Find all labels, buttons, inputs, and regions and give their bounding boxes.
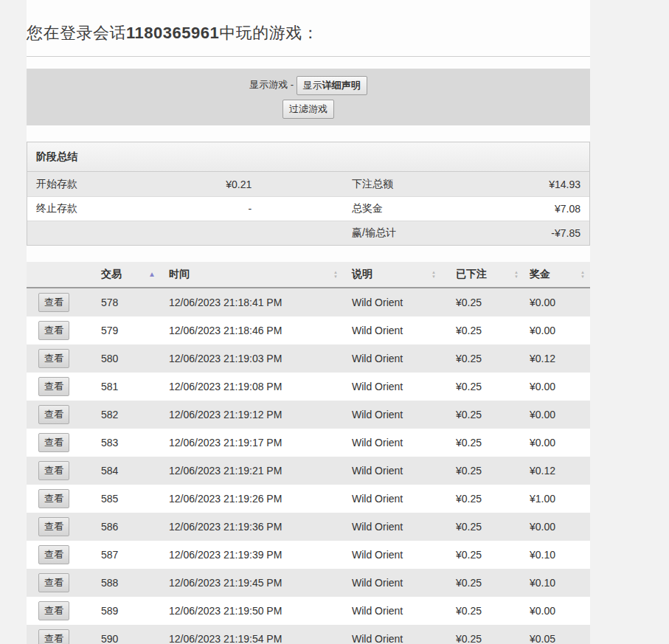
bet-amount: ¥0.25 — [441, 605, 524, 617]
transaction-id: 584 — [89, 465, 161, 477]
summary-value-left: - — [156, 203, 252, 215]
games-table-body: 查看 578 12/06/2023 21:18:41 PM Wild Orien… — [27, 288, 590, 644]
bet-amount: ¥0.25 — [441, 325, 524, 336]
transaction-id: 578 — [89, 297, 161, 308]
summary-label-right: 总奖金 — [352, 202, 461, 215]
view-cell: 查看 — [27, 349, 89, 368]
view-button[interactable]: 查看 — [38, 517, 69, 536]
summary-label-right: 赢/输总计 — [352, 226, 461, 240]
transaction-id: 589 — [89, 605, 161, 617]
table-row: 查看 589 12/06/2023 21:19:50 PM Wild Orien… — [27, 597, 590, 625]
column-header-description[interactable]: 说明▲▼ — [343, 262, 441, 287]
transaction-time: 12/06/2023 21:19:03 PM — [161, 353, 343, 364]
summary-title: 阶段总结 — [27, 142, 589, 172]
summary-value-right: -¥7.85 — [461, 227, 580, 239]
table-row: 查看 588 12/06/2023 21:19:45 PM Wild Orien… — [27, 569, 590, 597]
table-row: 查看 581 12/06/2023 21:19:08 PM Wild Orien… — [27, 373, 590, 401]
view-button[interactable]: 查看 — [38, 293, 69, 312]
view-button[interactable]: 查看 — [38, 377, 69, 396]
column-label: 已下注 — [456, 268, 487, 281]
view-button[interactable]: 查看 — [38, 573, 69, 592]
column-header-transaction[interactable]: 交易▲ — [89, 262, 161, 287]
win-amount: ¥0.10 — [524, 577, 590, 589]
column-header-view — [27, 262, 89, 287]
show-statement-button[interactable]: 显示详细声明 — [297, 76, 367, 95]
view-cell: 查看 — [27, 433, 89, 452]
view-button[interactable]: 查看 — [38, 629, 69, 644]
filter-games-button[interactable]: 过滤游戏 — [282, 100, 334, 119]
sort-both-icon: ▲▼ — [580, 270, 585, 279]
games-table-header: 交易▲时间▲▼说明▲▼已下注▲▼奖金▲▼ — [27, 262, 590, 288]
transaction-time: 12/06/2023 21:18:46 PM — [161, 325, 343, 336]
view-button[interactable]: 查看 — [38, 433, 69, 452]
game-name: Wild Orient — [343, 605, 441, 617]
game-name: Wild Orient — [343, 297, 441, 308]
summary-label-left: 终止存款 — [36, 202, 156, 215]
summary-label-left: 开始存款 — [36, 178, 156, 191]
bet-amount: ¥0.25 — [441, 577, 524, 589]
toolbar-line-filter: 过滤游戏 — [27, 100, 590, 119]
win-amount: ¥0.00 — [524, 605, 590, 617]
win-amount: ¥0.12 — [524, 465, 590, 477]
column-label: 奖金 — [530, 268, 550, 281]
table-row: 查看 583 12/06/2023 21:19:17 PM Wild Orien… — [27, 429, 590, 457]
transaction-time: 12/06/2023 21:19:21 PM — [161, 465, 343, 477]
view-cell: 查看 — [27, 517, 89, 536]
column-label: 交易 — [101, 268, 122, 281]
sort-ascending-icon: ▲ — [148, 271, 156, 278]
column-header-time[interactable]: 时间▲▼ — [161, 262, 343, 287]
summary-rows: 开始存款 ¥0.21 下注总额 ¥14.93 终止存款 - 总奖金 ¥7.08 … — [27, 172, 589, 245]
transaction-time: 12/06/2023 21:19:12 PM — [161, 409, 343, 420]
transaction-id: 585 — [89, 493, 161, 505]
view-cell: 查看 — [27, 629, 89, 644]
game-name: Wild Orient — [343, 549, 441, 561]
transaction-time: 12/06/2023 21:19:17 PM — [161, 437, 343, 449]
bet-amount: ¥0.25 — [441, 353, 524, 364]
summary-value-right: ¥7.08 — [461, 203, 580, 215]
view-button[interactable]: 查看 — [38, 545, 69, 564]
table-row: 查看 582 12/06/2023 21:19:12 PM Wild Orien… — [27, 401, 590, 429]
game-name: Wild Orient — [343, 325, 441, 336]
bet-amount: ¥0.25 — [441, 493, 524, 505]
view-cell: 查看 — [27, 321, 89, 340]
view-button[interactable]: 查看 — [38, 461, 69, 480]
summary-value-left: ¥0.21 — [156, 179, 252, 190]
summary-value-right: ¥14.93 — [461, 179, 580, 190]
transaction-time: 12/06/2023 21:19:26 PM — [161, 493, 343, 505]
summary-row: 赢/输总计 -¥7.85 — [27, 221, 589, 245]
column-header-win[interactable]: 奖金▲▼ — [524, 262, 590, 287]
view-cell: 查看 — [27, 405, 89, 424]
game-name: Wild Orient — [343, 437, 441, 449]
table-row: 查看 578 12/06/2023 21:18:41 PM Wild Orien… — [27, 288, 590, 316]
view-cell: 查看 — [27, 489, 89, 508]
toolbar-line-display: 显示游戏 - 显示详细声明 — [27, 76, 590, 95]
transaction-time: 12/06/2023 21:18:41 PM — [161, 297, 343, 308]
bet-amount: ¥0.25 — [441, 633, 524, 644]
column-label: 说明 — [352, 268, 372, 281]
sort-both-icon: ▲▼ — [514, 270, 519, 279]
transaction-id: 590 — [89, 633, 161, 644]
content-area: 您在登录会话1180365961中玩的游戏： 显示游戏 - 显示详细声明 过滤游… — [27, 0, 590, 644]
game-name: Wild Orient — [343, 353, 441, 364]
view-button[interactable]: 查看 — [38, 321, 69, 340]
bet-amount: ¥0.25 — [441, 409, 524, 420]
sort-both-icon: ▲▼ — [431, 270, 436, 279]
view-cell: 查看 — [27, 377, 89, 396]
win-amount: ¥0.00 — [524, 325, 590, 336]
win-amount: ¥0.10 — [524, 549, 590, 561]
transaction-time: 12/06/2023 21:19:08 PM — [161, 381, 343, 392]
column-header-bet[interactable]: 已下注▲▼ — [441, 262, 524, 287]
view-button[interactable]: 查看 — [38, 489, 69, 508]
view-button[interactable]: 查看 — [38, 349, 69, 368]
transaction-id: 588 — [89, 577, 161, 589]
view-button[interactable]: 查看 — [38, 601, 69, 620]
show-statement-prefix: 显示 — [303, 80, 322, 91]
transaction-id: 579 — [89, 325, 161, 336]
transaction-time: 12/06/2023 21:19:39 PM — [161, 549, 343, 561]
view-button[interactable]: 查看 — [38, 405, 69, 424]
win-amount: ¥0.00 — [524, 297, 590, 308]
title-divider — [27, 56, 590, 57]
bet-amount: ¥0.25 — [441, 521, 524, 533]
transaction-time: 12/06/2023 21:19:54 PM — [161, 633, 343, 644]
transaction-time: 12/06/2023 21:19:45 PM — [161, 577, 343, 589]
